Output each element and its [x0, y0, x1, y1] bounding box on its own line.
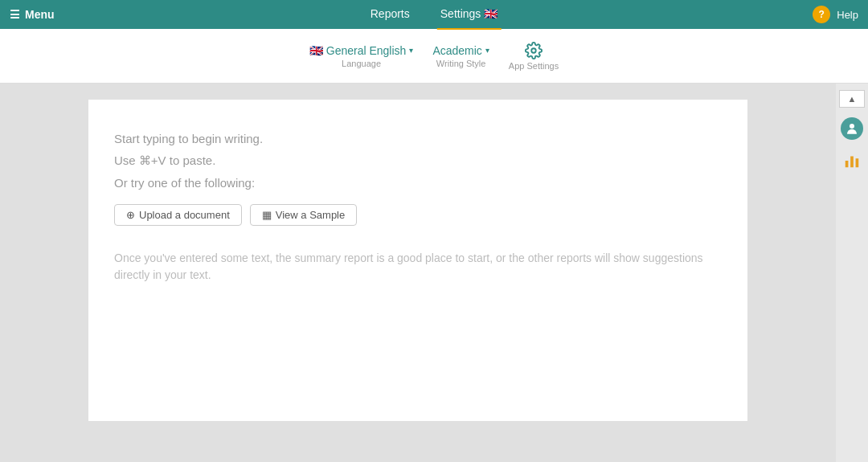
editor-hint-paste: Use ⌘+V to paste. — [114, 153, 722, 168]
chart-icon — [843, 152, 861, 174]
top-navigation: ☰ Menu Reports Settings 🇬🇧 ? Help — [0, 0, 868, 29]
right-sidebar: ▲ — [836, 84, 868, 462]
svg-point-1 — [850, 124, 854, 129]
writing-style-selector[interactable]: Academic ▾ Writing Style — [432, 44, 489, 68]
upload-icon: ⊕ — [126, 209, 135, 221]
editor-hint-bottom: Once you've entered some text, the summa… — [114, 250, 709, 284]
editor-area: Start typing to begin writing. Use ⌘+V t… — [0, 84, 836, 462]
language-sublabel: Language — [342, 59, 381, 68]
upload-document-button[interactable]: ⊕ Upload a document — [114, 204, 242, 226]
flag-icon: 🇬🇧 — [484, 7, 497, 20]
language-selector[interactable]: 🇬🇧 General English ▾ Language — [309, 44, 414, 68]
editor-hint-main: Start typing to begin writing. — [114, 132, 722, 145]
sub-toolbar: 🇬🇧 General English ▾ Language Academic ▾… — [0, 29, 868, 84]
writing-style-label: Academic — [432, 44, 481, 57]
top-nav-links: Reports Settings 🇬🇧 — [367, 0, 502, 30]
editor-hint-try: Or try one of the following: — [114, 176, 722, 190]
reports-sidebar-button[interactable] — [839, 149, 865, 175]
app-settings-sublabel: App Settings — [509, 61, 559, 71]
help-button[interactable]: ? — [813, 6, 830, 23]
menu-icon: ☰ — [10, 8, 20, 21]
svg-point-0 — [531, 48, 536, 53]
svg-rect-4 — [856, 158, 859, 167]
sample-icon: ▦ — [262, 209, 272, 221]
view-sample-button[interactable]: ▦ View a Sample — [250, 204, 357, 226]
language-flag: 🇬🇧 — [309, 44, 323, 57]
writing-style-sublabel: Writing Style — [436, 59, 486, 68]
chevron-up-icon: ▲ — [848, 94, 857, 104]
help-label: Help — [837, 9, 858, 21]
app-settings-button[interactable]: App Settings — [509, 42, 559, 71]
svg-rect-2 — [845, 161, 849, 167]
main-content: Start typing to begin writing. Use ⌘+V t… — [0, 84, 868, 462]
editor-panel[interactable]: Start typing to begin writing. Use ⌘+V t… — [88, 100, 747, 421]
topbar-right: ? Help — [813, 6, 858, 23]
svg-rect-3 — [850, 156, 854, 167]
menu-button[interactable]: ☰ Menu — [10, 8, 55, 21]
gear-icon — [525, 42, 542, 59]
nav-settings[interactable]: Settings 🇬🇧 — [437, 0, 501, 30]
user-profile-button[interactable] — [839, 116, 865, 141]
nav-reports[interactable]: Reports — [367, 0, 413, 30]
language-chevron: ▾ — [409, 46, 413, 55]
avatar-icon — [841, 117, 863, 140]
writing-style-chevron: ▾ — [485, 46, 489, 55]
sample-label: View a Sample — [276, 209, 345, 221]
upload-label: Upload a document — [139, 209, 230, 221]
editor-action-buttons: ⊕ Upload a document ▦ View a Sample — [114, 204, 722, 226]
scroll-up-button[interactable]: ▲ — [839, 90, 865, 108]
menu-label: Menu — [25, 8, 55, 21]
language-label: General English — [326, 44, 407, 57]
